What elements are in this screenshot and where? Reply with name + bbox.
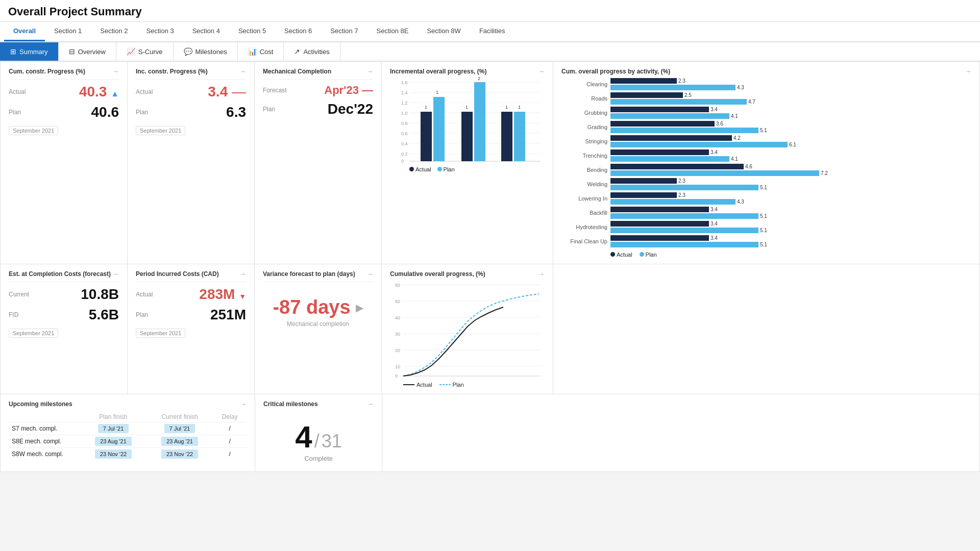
milestones-icon: 💬 <box>184 47 192 56</box>
table-row: S8E mech. compl. 23 Aug '21 23 Aug '21 / <box>9 435 247 448</box>
upcoming-milestones-panel: Upcoming milestones → Plan finish Curren… <box>1 394 255 471</box>
svg-rect-19 <box>433 97 445 161</box>
subtab-summary[interactable]: ⊞ Summary <box>0 42 59 61</box>
activity-clearing: Clearing 2.3 4.3 <box>561 78 971 90</box>
tab-section8e[interactable]: Section 8E <box>368 22 418 41</box>
tab-section6[interactable]: Section 6 <box>275 22 321 41</box>
inc-actual-label: Actual <box>136 88 153 95</box>
summary-icon: ⊞ <box>10 47 16 56</box>
subtab-scurve[interactable]: 📈 S-Curve <box>116 42 174 61</box>
svg-text:Apr: Apr <box>424 379 430 379</box>
sub-tab-bar: ⊞ Summary ⊟ Overview 📈 S-Curve 💬 Milesto… <box>0 42 980 61</box>
cum-activity-arrow[interactable]: → <box>965 68 971 75</box>
svg-text:1.0: 1.0 <box>401 111 408 116</box>
svg-rect-22 <box>461 112 473 161</box>
crit-arrow[interactable]: → <box>368 400 374 408</box>
svg-text:May: May <box>517 379 524 379</box>
page-header: Overall Project Summary <box>0 0 980 22</box>
cum-constr-arrow[interactable]: → <box>113 68 119 75</box>
table-row: S8W mech. compl. 23 Nov '22 23 Nov '22 / <box>9 448 247 461</box>
crit-fraction: 4 / 31 <box>295 422 341 453</box>
mech-title-row: Mechanical Completion → <box>263 68 373 75</box>
svg-text:0.6: 0.6 <box>401 131 408 136</box>
row3-spacer <box>382 394 979 471</box>
svg-text:0: 0 <box>401 159 404 164</box>
crit-center: 4 / 31 Complete <box>263 412 374 465</box>
mech-forecast-value: Apr'23 — <box>324 84 373 97</box>
variance-title: Variance forecast to plan (days) <box>263 270 355 278</box>
cum-activity-panel: Cum. overall progress by activity, (%) →… <box>553 62 979 264</box>
cum-progress-title-row: Cumulative overall progress, (%) → <box>390 270 545 278</box>
tab-section8w[interactable]: Section 8W <box>418 22 470 41</box>
activity-grubbing: Grubbing 3.4 4.1 <box>561 107 971 119</box>
cum-constr-progress-panel: Cum. constr. Progress (%) → Actual 40.3 … <box>1 62 127 264</box>
inc-actual-row: Actual 3.4 — <box>136 84 246 100</box>
svg-text:Mar: Mar <box>416 379 423 379</box>
variance-arrow[interactable]: → <box>367 270 373 278</box>
est-arrow[interactable]: → <box>113 270 119 278</box>
svg-text:60: 60 <box>395 283 400 288</box>
svg-text:Nov: Nov <box>474 379 480 379</box>
cum-progress-title: Cumulative overall progress, (%) <box>390 270 485 278</box>
activity-finalcleanup: Final Clean Up 3.4 5.1 <box>561 235 971 247</box>
activity-panel-spacer <box>553 264 979 394</box>
tab-section4[interactable]: Section 4 <box>183 22 229 41</box>
tab-section5[interactable]: Section 5 <box>229 22 275 41</box>
activity-bars: Clearing 2.3 4.3 Roads <box>561 78 971 247</box>
est-completion-panel: Est. at Completion Costs (forecast) → Cu… <box>1 264 127 394</box>
overview-icon: ⊟ <box>69 47 75 56</box>
est-stamp: September 2021 <box>9 329 119 337</box>
cum-actual-value: 40.3 ▲ <box>79 84 119 100</box>
svg-text:Jan: Jan <box>488 379 494 379</box>
tab-overall[interactable]: Overall <box>4 22 45 41</box>
svg-text:1: 1 <box>425 105 427 110</box>
tab-section3[interactable]: Section 3 <box>137 22 183 41</box>
inc-stamp: September 2021 <box>136 127 246 134</box>
period-plan-label: Plan <box>136 311 148 318</box>
mech-arrow[interactable]: → <box>367 68 373 75</box>
subtab-activities[interactable]: ↗ Activities <box>284 42 340 61</box>
tab-bar: Overall Section 1 Section 2 Section 3 Se… <box>0 22 980 42</box>
inc-constr-arrow[interactable]: → <box>240 68 246 75</box>
activity-grading: Grading 3.6 5.1 <box>561 121 971 133</box>
cum-actual-row: Actual 40.3 ▲ <box>9 84 119 100</box>
svg-text:1: 1 <box>465 105 468 110</box>
subtab-overview[interactable]: ⊟ Overview <box>59 42 116 61</box>
ms-plan: 7 Jul '21 <box>80 422 146 435</box>
ms-current: 23 Nov '22 <box>146 448 213 461</box>
dashboard: Cum. constr. Progress (%) → Actual 40.3 … <box>0 61 980 472</box>
tab-section7[interactable]: Section 7 <box>321 22 367 41</box>
inc-chart-legend: Actual Plan <box>390 166 545 172</box>
svg-text:1.2: 1.2 <box>401 101 408 106</box>
period-title: Period Incurred Costs (CAD) <box>136 270 219 278</box>
cost-icon: 📊 <box>248 47 257 56</box>
ms-current: 23 Aug '21 <box>146 435 213 448</box>
mech-plan-label: Plan <box>263 106 275 113</box>
period-arrow[interactable]: → <box>240 270 246 278</box>
mech-forecast-row: Forecast Apr'23 — <box>263 84 373 97</box>
cumulative-line-chart: 60 50 40 30 20 10 0 Jan <box>390 280 543 379</box>
play-icon: ▶ <box>356 302 363 314</box>
col-plan-finish: Plan finish <box>80 412 146 422</box>
page-title: Overall Project Summary <box>8 5 972 18</box>
upcoming-arrow[interactable]: → <box>240 400 247 408</box>
svg-text:Jul: Jul <box>531 379 535 379</box>
ms-current: 7 Jul '21 <box>146 422 213 435</box>
cum-plan-value: 40.6 <box>91 104 119 120</box>
cumulative-progress-panel: Cumulative overall progress, (%) → 60 50… <box>382 264 553 394</box>
cum-progress-arrow[interactable]: → <box>538 270 545 278</box>
inc-progress-arrow[interactable]: → <box>538 68 545 75</box>
subtab-milestones[interactable]: 💬 Milestones <box>174 42 238 61</box>
cum-plan-row: Plan 40.6 <box>9 104 119 120</box>
critical-milestones-panel: Critical milestones → 4 / 31 Complete <box>255 394 382 471</box>
ms-delay: / <box>213 422 247 435</box>
activity-lowering: Lowering In 2.3 4.3 <box>561 192 971 205</box>
period-actual-value: 283M ▼ <box>199 286 246 303</box>
tab-section2[interactable]: Section 2 <box>91 22 137 41</box>
tab-section1[interactable]: Section 1 <box>45 22 91 41</box>
activity-backfill: Backfill 3.4 5.1 <box>561 207 971 219</box>
tab-facilities[interactable]: Facilities <box>470 22 514 41</box>
mech-plan-value: Dec'22 <box>328 101 373 117</box>
ms-name: S7 mech. compl. <box>9 422 80 435</box>
subtab-cost[interactable]: 📊 Cost <box>238 42 284 61</box>
